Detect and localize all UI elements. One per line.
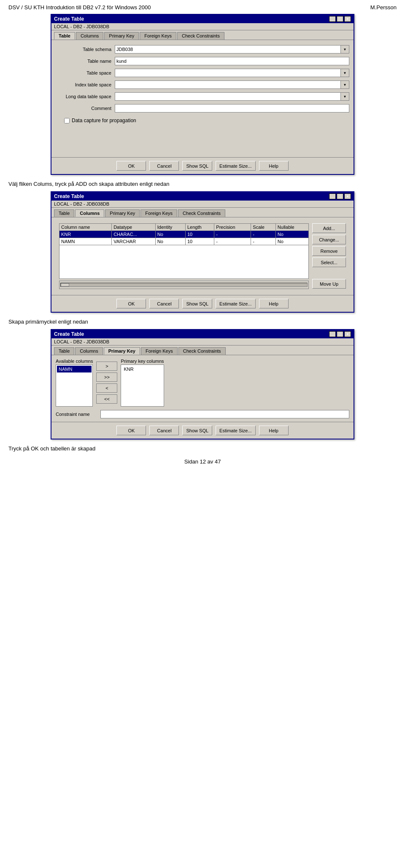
dialog1-ok-button[interactable]: OK <box>116 161 146 171</box>
remove-column-button[interactable]: Remove <box>312 246 346 256</box>
data-capture-row: Data capture for propagation <box>56 118 349 123</box>
dialog3-cancel-button[interactable]: Cancel <box>149 426 179 435</box>
index-table-space-label: Index table space <box>56 82 115 87</box>
dialog3-title: Create Table <box>54 331 84 337</box>
dialog1-help-button[interactable]: Help <box>259 161 289 171</box>
pk-move-left-one-button[interactable]: < <box>96 383 117 393</box>
move-up-column-button[interactable]: Move Up <box>312 279 346 289</box>
dialog1-maximize-button[interactable]: □ <box>337 16 343 22</box>
add-column-button[interactable]: Add... <box>312 223 346 233</box>
pk-selected-item[interactable]: KNR <box>122 366 162 372</box>
dialog1-cancel-button[interactable]: Cancel <box>149 161 179 171</box>
dialog2-tab-foreign-keys[interactable]: Foreign Keys <box>140 209 177 217</box>
pk-transfer-buttons: > >> < << <box>96 359 117 407</box>
table-row[interactable]: KNR CHARAC... No 10 - - No <box>59 231 309 238</box>
row2-precision: - <box>214 238 251 245</box>
dialog2-tab-check-constraints[interactable]: Check Constraints <box>178 209 225 217</box>
dialog3-close-button[interactable]: × <box>344 331 351 337</box>
dialog1-show-sql-button[interactable]: Show SQL <box>182 161 212 171</box>
pk-move-right-one-button[interactable]: > <box>96 362 117 371</box>
dialog3-footer: OK Cancel Show SQL Estimate Size... Help <box>51 422 354 439</box>
row2-col-name: NAMN <box>59 238 112 245</box>
col-header-scale: Scale <box>251 224 276 231</box>
dialog2-ok-button[interactable]: OK <box>116 299 146 308</box>
tab-check-constraints[interactable]: Check Constraints <box>177 32 224 40</box>
table-space-input[interactable] <box>115 69 341 77</box>
dialog2-cancel-button[interactable]: Cancel <box>149 299 179 308</box>
dialog1-title: Create Table <box>54 16 84 22</box>
dialog2-minimize-button[interactable]: _ <box>329 193 336 199</box>
long-data-table-space-input[interactable] <box>115 92 341 101</box>
dialog1-estimate-size-button[interactable]: Estimate Size... <box>216 161 255 171</box>
table-name-label: Table name <box>56 59 115 64</box>
index-table-space-dropdown[interactable]: ▼ <box>341 80 349 89</box>
dialog3-ok-button[interactable]: OK <box>116 426 146 435</box>
dialog2-tab-columns[interactable]: Columns <box>75 209 104 217</box>
dialog2-tabs: Table Columns Primary Key Foreign Keys C… <box>51 208 354 217</box>
dialog3-tab-table[interactable]: Table <box>54 347 74 355</box>
table-row[interactable]: NAMN VARCHAR No 10 - - No <box>59 238 309 245</box>
index-table-space-input[interactable] <box>115 80 341 89</box>
data-capture-checkbox[interactable] <box>64 118 70 123</box>
change-column-button[interactable]: Change... <box>312 235 346 244</box>
table-name-input[interactable] <box>115 57 349 65</box>
dialog2-estimate-size-button[interactable]: Estimate Size... <box>216 299 255 308</box>
dialog3-maximize-button[interactable]: □ <box>337 331 343 337</box>
dialog3-tab-foreign-keys[interactable]: Foreign Keys <box>141 347 178 355</box>
dialog3-subtitle: LOCAL - DB2 - JDB038DB <box>51 338 354 346</box>
long-data-table-space-dropdown[interactable]: ▼ <box>341 92 349 101</box>
select-column-button[interactable]: Select... <box>312 257 346 267</box>
pk-available-item[interactable]: NAMN <box>57 366 92 372</box>
dialog3-minimize-button[interactable]: _ <box>329 331 336 337</box>
row1-identity: No <box>155 231 185 238</box>
header-right: M.Persson <box>370 4 397 11</box>
dialog2-show-sql-button[interactable]: Show SQL <box>182 299 212 308</box>
columns-body: Column name Datatype Identity Length Pre… <box>55 220 350 292</box>
columns-table: Column name Datatype Identity Length Pre… <box>59 223 309 279</box>
constraint-name-input[interactable] <box>100 410 349 418</box>
dialog3-show-sql-button[interactable]: Show SQL <box>182 426 212 435</box>
dialog2-body: Column name Datatype Identity Length Pre… <box>51 217 354 295</box>
dialog1-titlebar-buttons: _ □ × <box>329 16 351 22</box>
dialog2-close-button[interactable]: × <box>344 193 351 199</box>
pk-move-left-all-button[interactable]: << <box>96 394 117 404</box>
comment-input[interactable] <box>115 104 349 113</box>
available-columns-list: NAMN <box>56 364 93 407</box>
table-schema-field: ▼ <box>115 45 349 54</box>
dialog3-titlebar-buttons: _ □ × <box>329 331 351 337</box>
dialog2-subtitle: LOCAL - DB2 - JDB038DB <box>51 201 354 208</box>
comment-row: Comment <box>56 104 349 113</box>
table-schema-input[interactable] <box>115 45 341 54</box>
columns-side-buttons: Add... Change... Remove Select... Move U… <box>312 223 346 289</box>
dialog3-tab-columns[interactable]: Columns <box>75 347 103 355</box>
table-space-dropdown[interactable]: ▼ <box>341 69 349 77</box>
dialog3-help-button[interactable]: Help <box>259 426 289 435</box>
dialog2-maximize-button[interactable]: □ <box>337 193 343 199</box>
dialog2-help-button[interactable]: Help <box>259 299 289 308</box>
dialog3-tab-check-constraints[interactable]: Check Constraints <box>178 347 226 355</box>
dialog3-tab-primary-key[interactable]: Primary Key <box>104 347 140 355</box>
dialog1-minimize-button[interactable]: _ <box>329 16 336 22</box>
long-data-table-space-row: Long data table space ▼ <box>56 92 349 101</box>
dialog1-close-button[interactable]: × <box>344 16 351 22</box>
horizontal-scrollbar[interactable] <box>59 281 309 289</box>
table-schema-dropdown[interactable]: ▼ <box>341 45 349 54</box>
tab-table[interactable]: Table <box>54 32 75 40</box>
dialog2-footer: OK Cancel Show SQL Estimate Size... Help <box>51 295 354 312</box>
page-header: DSV / SU KTH Introduktion till DB2 v7.2 … <box>8 4 397 11</box>
dialog2-titlebar-buttons: _ □ × <box>329 193 351 199</box>
dialog1-body: Table schema ▼ Table name Table space ▼ … <box>51 40 354 157</box>
pk-columns-label: Primary key columns <box>121 359 164 364</box>
columns-table-area: Column name Datatype Identity Length Pre… <box>59 223 309 289</box>
col-header-length: Length <box>186 224 214 231</box>
dialog2-tab-table[interactable]: Table <box>54 209 74 217</box>
tab-foreign-keys[interactable]: Foreign Keys <box>140 32 176 40</box>
tab-primary-key[interactable]: Primary Key <box>104 32 139 40</box>
tab-columns[interactable]: Columns <box>76 32 103 40</box>
row1-nullable: No <box>275 231 308 238</box>
dialog3-estimate-size-button[interactable]: Estimate Size... <box>216 426 255 435</box>
dialog2-tab-primary-key[interactable]: Primary Key <box>105 209 140 217</box>
available-columns-label: Available columns <box>56 359 93 364</box>
table-schema-label: Table schema <box>56 47 115 52</box>
pk-move-right-all-button[interactable]: >> <box>96 372 117 382</box>
